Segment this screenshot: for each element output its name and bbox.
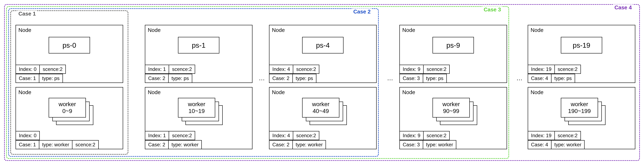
- tag-row: Case: 2 type: ps: [269, 74, 316, 83]
- tag-scence: scence:2: [293, 65, 319, 74]
- worker-stack: worker 90~99: [432, 98, 474, 121]
- tag-type: type: worker: [292, 140, 326, 149]
- tag-case: Case: 3: [400, 140, 423, 149]
- tag-index: Index: 1: [145, 65, 169, 74]
- worker-range: 40~49: [313, 108, 329, 114]
- node-title: Node: [530, 27, 544, 33]
- worker-node-box: Node worker 90~99 Index: 9 scence:2 Case…: [400, 87, 507, 149]
- tag-row: Index: 9 scence:2: [400, 65, 449, 74]
- ellipsis: …: [259, 75, 265, 82]
- tag-row: Index: 9 scence:2: [400, 131, 449, 140]
- worker-range: 190~199: [568, 108, 591, 114]
- ps-node-box: Node ps-19 Index: 19 scence:2 Case: 4 ty…: [528, 25, 635, 83]
- tag-case: Case: 2: [269, 140, 293, 149]
- tag-row: Index: 1 scence:2: [145, 131, 195, 140]
- worker-node-box: Node worker 40~49 Index: 4 scence:2 Case…: [269, 87, 377, 149]
- ps-label-box: ps-0: [49, 37, 90, 54]
- worker-label: worker: [442, 101, 460, 108]
- column-1: Node ps-1 Index: 1 scence:2 Case: 2 type…: [145, 25, 252, 153]
- tag-scence: scence:2: [554, 65, 581, 74]
- tag-type: type: ps: [292, 74, 316, 83]
- node-title: Node: [402, 89, 415, 96]
- tag-index: Index: 19: [528, 65, 555, 74]
- case-2-label: Case 2: [352, 9, 372, 15]
- worker-card: worker 10~19: [178, 98, 215, 117]
- tag-row: Index: 0: [16, 131, 39, 140]
- tag-case: Case: 2: [145, 140, 169, 149]
- tag-row: Index: 1 scence:2: [145, 65, 195, 74]
- tag-scence: scence:2: [293, 131, 319, 140]
- case-4-label: Case 4: [613, 4, 633, 11]
- case-3-label: Case 3: [482, 7, 502, 13]
- diagram-root: Case 4 Case 3 Case 2 Case 1 Node ps-0 In…: [4, 4, 640, 161]
- tag-case: Case: 2: [269, 74, 293, 83]
- case-1-label: Case 1: [17, 11, 37, 17]
- node-title: Node: [530, 89, 544, 96]
- ellipsis: …: [516, 75, 523, 82]
- worker-stack: worker 0~9: [49, 98, 90, 121]
- tag-row: Case: 3 type: worker: [400, 140, 456, 149]
- tag-case: Case: 2: [145, 74, 169, 83]
- worker-range: 10~19: [188, 108, 205, 114]
- worker-label: worker: [188, 101, 205, 108]
- tag-scence: scence:2: [169, 65, 195, 74]
- tag-case: Case: 3: [400, 74, 423, 83]
- tag-row: Case: 1 type: ps: [16, 74, 62, 83]
- tag-row: Case: 4 type: ps: [528, 74, 575, 83]
- tag-type: type: worker: [423, 140, 456, 149]
- node-title: Node: [18, 27, 31, 33]
- tag-index: Index: 4: [269, 65, 293, 74]
- worker-range: 90~99: [443, 108, 460, 114]
- tag-row: Index: 4 scence:2: [269, 131, 319, 140]
- tag-scence: scence:2: [72, 140, 98, 149]
- column-0: Node ps-0 Index: 0 scence:2 Case: 1 type…: [16, 25, 123, 153]
- ps-node-box: Node ps-1 Index: 1 scence:2 Case: 2 type…: [145, 25, 252, 83]
- tag-index: Index: 1: [145, 131, 169, 140]
- tag-row: Case: 1 type: worker scence:2: [16, 140, 98, 149]
- column-2: Node ps-4 Index: 4 scence:2 Case: 2 type…: [269, 25, 377, 153]
- tag-scence: scence:2: [554, 131, 581, 140]
- tag-case: Case: 1: [16, 74, 39, 83]
- ps-node-box: Node ps-0 Index: 0 scence:2 Case: 1 type…: [16, 25, 123, 83]
- ps-label-box: ps-9: [432, 37, 474, 54]
- tag-type: type: worker: [39, 140, 73, 149]
- ps-label-box: ps-4: [302, 37, 344, 54]
- tag-type: type: ps: [39, 74, 63, 83]
- ellipsis: …: [387, 75, 394, 82]
- tag-row: Case: 2 type: worker: [269, 140, 326, 149]
- node-title: Node: [148, 89, 160, 96]
- worker-node-box: Node worker 0~9 Index: 0 Case: 1 type: w…: [16, 87, 123, 149]
- tag-scence: scence:2: [39, 65, 66, 74]
- ps-node-box: Node ps-4 Index: 4 scence:2 Case: 2 type…: [269, 25, 377, 83]
- worker-node-box: Node worker 10~19 Index: 1 scence:2 Case…: [145, 87, 252, 149]
- tag-row: Index: 0 scence:2: [16, 65, 66, 74]
- ps-label-box: ps-1: [178, 37, 219, 54]
- tag-index: Index: 19: [528, 131, 555, 140]
- tag-row: Case: 3 type: ps: [400, 74, 446, 83]
- tag-row: Index: 19 scence:2: [528, 131, 580, 140]
- tag-case: Case: 4: [528, 74, 552, 83]
- tag-type: type: worker: [168, 140, 202, 149]
- ps-node-box: Node ps-9 Index: 9 scence:2 Case: 3 type…: [400, 25, 507, 83]
- column-3: Node ps-9 Index: 9 scence:2 Case: 3 type…: [400, 25, 507, 153]
- tag-row: Case: 2 type: ps: [145, 74, 192, 83]
- tag-index: Index: 4: [269, 131, 293, 140]
- worker-stack: worker 40~49: [302, 98, 344, 121]
- worker-stack: worker 10~19: [178, 98, 219, 121]
- tag-index: Index: 9: [400, 131, 424, 140]
- tag-scence: scence:2: [169, 131, 195, 140]
- tag-type: type: worker: [551, 140, 585, 149]
- worker-card: worker 190~199: [561, 98, 598, 117]
- ps-label-box: ps-19: [561, 37, 602, 54]
- tag-row: Index: 19 scence:2: [528, 65, 580, 74]
- tag-row: Index: 4 scence:2: [269, 65, 319, 74]
- tag-scence: scence:2: [423, 65, 450, 74]
- worker-label: worker: [571, 101, 588, 108]
- worker-label: worker: [312, 101, 330, 108]
- tag-scence: scence:2: [423, 131, 450, 140]
- tag-row: Case: 2 type: worker: [145, 140, 201, 149]
- tag-type: type: ps: [551, 74, 575, 83]
- worker-stack: worker 190~199: [561, 98, 602, 121]
- node-title: Node: [272, 89, 285, 96]
- worker-label: worker: [58, 101, 76, 108]
